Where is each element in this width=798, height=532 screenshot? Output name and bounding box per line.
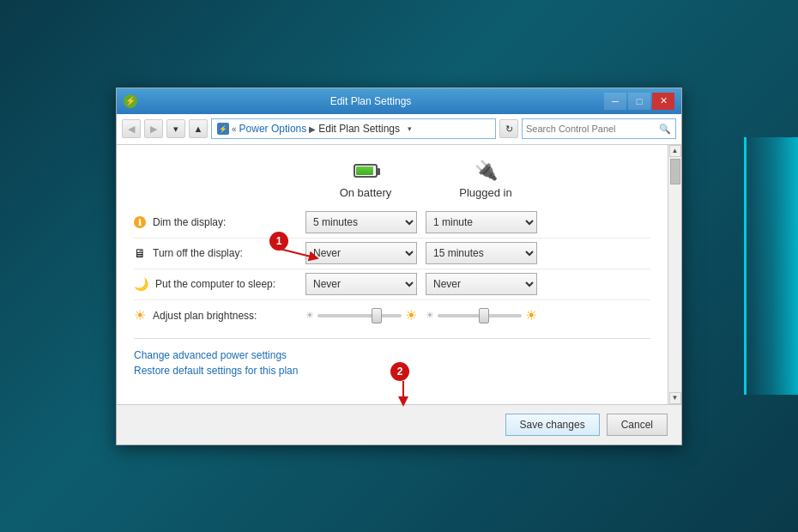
- brightness-label-cell: ☀ Adjust plan brightness:: [134, 307, 305, 323]
- settings-grid: ℹ Dim the display: 5 minutes Never 1 min…: [134, 208, 650, 331]
- brightness-battery-sun-large: ☀: [405, 307, 417, 323]
- turn-off-display-label: Turn off the display:: [153, 247, 243, 259]
- advanced-power-settings-link[interactable]: Change advanced power settings: [134, 349, 650, 361]
- dim-display-icon: ℹ: [134, 216, 146, 228]
- brightness-plugged-slider-group: ☀ ☀: [426, 307, 537, 323]
- plugged-in-label: Plugged in: [459, 186, 511, 199]
- dim-display-plugged-select[interactable]: 1 minute Never 2 minutes 5 minutes 10 mi…: [426, 211, 537, 233]
- sleep-plugged-select[interactable]: Never 1 minute 2 minutes 5 minutes 10 mi…: [426, 273, 537, 295]
- maximize-button[interactable]: □: [628, 93, 650, 110]
- sleep-icon: 🌙: [134, 277, 148, 291]
- annotation-arrow-2: [395, 379, 429, 407]
- window-icon: ⚡: [124, 94, 137, 108]
- main-window: ⚡ Edit Plan Settings ─ □ ✕ ◀ ▶ ▾ ▲ ⚡ « P…: [116, 88, 682, 445]
- brightness-plugged-sun-large: ☀: [525, 307, 537, 323]
- save-changes-button[interactable]: Save changes: [505, 414, 600, 436]
- breadcrumb-bar: ⚡ « Power Options ▶ Edit Plan Settings ▾: [211, 118, 496, 139]
- scroll-down-button[interactable]: ▼: [669, 392, 681, 404]
- breadcrumb-icon: ⚡: [217, 123, 229, 135]
- brightness-label: Adjust plan brightness:: [153, 310, 257, 322]
- search-icon-button[interactable]: 🔍: [656, 119, 674, 138]
- dropdown-button[interactable]: ▾: [166, 119, 185, 138]
- brightness-battery-thumb[interactable]: [372, 308, 382, 323]
- cancel-button[interactable]: Cancel: [607, 414, 668, 436]
- close-button[interactable]: ✕: [652, 93, 674, 110]
- brightness-plugged-track[interactable]: [438, 314, 522, 317]
- title-bar-controls: ─ □ ✕: [604, 93, 674, 110]
- dim-display-row: ℹ Dim the display: 5 minutes Never 1 min…: [134, 208, 650, 239]
- forward-button[interactable]: ▶: [144, 119, 163, 138]
- brightness-battery-slider-group: ☀ ☀: [305, 307, 417, 323]
- sleep-label-cell: 🌙 Put the computer to sleep:: [134, 277, 305, 291]
- brightness-battery-sun-small: ☀: [305, 310, 314, 321]
- breadcrumb-dropdown-button[interactable]: ▾: [402, 118, 416, 139]
- on-battery-column-header: On battery: [305, 159, 426, 199]
- address-bar: ◀ ▶ ▾ ▲ ⚡ « Power Options ▶ Edit Plan Se…: [117, 114, 681, 145]
- breadcrumb-current: Edit Plan Settings: [318, 123, 400, 135]
- sleep-row: 🌙 Put the computer to sleep: Never 1 min…: [134, 269, 650, 300]
- annotation-arrow-1: [267, 240, 327, 266]
- brightness-plugged-sun-small: ☀: [426, 310, 434, 321]
- scrollbar: ▲ ▼: [668, 145, 681, 404]
- scroll-thumb[interactable]: [670, 159, 680, 184]
- turn-off-display-controls: Never 1 minute 2 minutes 5 minutes 10 mi…: [305, 242, 650, 264]
- column-headers: On battery 🔌 Plugged in: [305, 159, 650, 199]
- scroll-up-button[interactable]: ▲: [669, 145, 681, 157]
- breadcrumb-power-options[interactable]: Power Options: [239, 123, 307, 135]
- svg-line-1: [280, 249, 314, 257]
- brightness-row: ☀ Adjust plan brightness: ☀ ☀: [134, 300, 650, 331]
- dim-display-label-cell: ℹ Dim the display:: [134, 216, 305, 228]
- breadcrumb-separator: ▶: [309, 124, 316, 134]
- bottom-bar: 2 Save changes Cancel: [117, 404, 681, 444]
- brightness-plugged-thumb[interactable]: [479, 308, 489, 323]
- dim-display-controls: 5 minutes Never 1 minute 2 minutes 10 mi…: [305, 211, 650, 233]
- turn-off-display-plugged-select[interactable]: 15 minutes Never 1 minute 2 minutes 5 mi…: [426, 242, 537, 264]
- back-button[interactable]: ◀: [122, 119, 141, 138]
- minimize-button[interactable]: ─: [604, 93, 626, 110]
- brightness-battery-track[interactable]: [317, 314, 402, 317]
- search-input[interactable]: [523, 119, 656, 138]
- brightness-icon: ☀: [134, 307, 146, 323]
- sleep-controls: Never 1 minute 2 minutes 5 minutes 10 mi…: [305, 273, 650, 295]
- annotation-circle-2: 2: [390, 362, 409, 381]
- title-bar: ⚡ Edit Plan Settings ─ □ ✕: [117, 88, 681, 114]
- window-title: Edit Plan Settings: [137, 95, 604, 107]
- links-section: Change advanced power settings Restore d…: [134, 338, 650, 390]
- up-button[interactable]: ▲: [189, 119, 208, 138]
- sleep-label: Put the computer to sleep:: [155, 278, 275, 290]
- plugged-in-column-header: 🔌 Plugged in: [426, 159, 546, 199]
- on-battery-label: On battery: [340, 186, 392, 199]
- search-box: 🔍: [522, 118, 676, 139]
- sleep-battery-select[interactable]: Never 1 minute 2 minutes 5 minutes 10 mi…: [305, 273, 417, 295]
- dim-display-battery-select[interactable]: 5 minutes Never 1 minute 2 minutes 10 mi…: [305, 211, 417, 233]
- refresh-button[interactable]: ↻: [499, 119, 518, 138]
- dim-display-label: Dim the display:: [153, 216, 226, 228]
- brightness-controls: ☀ ☀ ☀: [305, 307, 650, 323]
- turn-off-display-row: 🖥 Turn off the display: Never 1 minute 2…: [134, 239, 650, 269]
- turn-off-display-icon: 🖥: [134, 246, 146, 260]
